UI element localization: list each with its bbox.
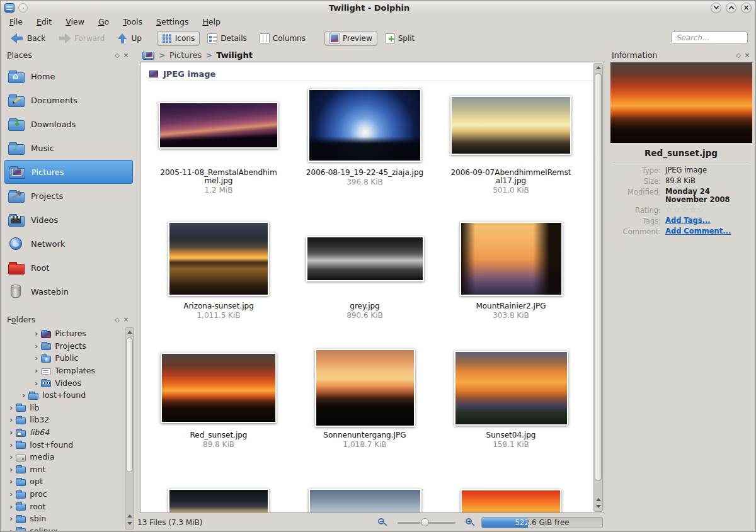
sidebar-item-pictures[interactable]: Pictures — [4, 160, 133, 184]
breadcrumb-item-pictures[interactable]: Pictures — [169, 50, 202, 60]
expander-icon[interactable]: › — [9, 502, 13, 511]
forward-button[interactable]: Forward — [53, 31, 110, 46]
expander-icon[interactable]: › — [9, 428, 13, 436]
expander-icon[interactable]: › — [9, 404, 13, 412]
sidebar-item-home[interactable]: ⌂Home — [4, 64, 133, 88]
tree-item-lost-found[interactable]: ›lost+found — [2, 438, 124, 451]
view-scroll-up2-icon[interactable] — [596, 498, 601, 501]
tree-item-lib32[interactable]: ›lib32 — [2, 414, 124, 426]
file-thumbnail[interactable] — [309, 489, 421, 514]
zoom-in-icon[interactable]: + — [466, 518, 475, 528]
icons-view-button[interactable]: Icons — [157, 31, 200, 46]
menu-edit[interactable]: Edit — [37, 17, 52, 26]
file-item[interactable]: 2006-08-19_19-22-45_ziaja.jpg396.8 KiB — [292, 85, 438, 195]
expander-icon[interactable]: › — [35, 379, 38, 387]
file-item[interactable]: grey.jpg890.6 KiB — [292, 218, 438, 320]
tree-item-opt[interactable]: ›opt — [2, 475, 124, 488]
expander-icon[interactable]: › — [22, 391, 25, 399]
tree-item-selinux[interactable]: ›selinux — [2, 525, 124, 531]
tree-item-pictures[interactable]: ›Pictures — [2, 327, 124, 340]
tree-item-mnt[interactable]: ›mnt — [2, 463, 124, 476]
expander-icon[interactable]: › — [35, 342, 38, 350]
file-item[interactable] — [146, 472, 292, 513]
expander-icon[interactable]: › — [35, 366, 38, 375]
close-button[interactable]: × — [741, 3, 752, 13]
sidebar-item-projects[interactable]: Projects — [4, 184, 133, 208]
sidebar-item-network[interactable]: Network — [4, 232, 133, 256]
folders-scrollbar-thumb[interactable] — [126, 337, 133, 472]
file-thumbnail[interactable] — [454, 351, 568, 426]
add-comment-link[interactable]: Add Comment... — [665, 227, 731, 235]
file-thumbnail[interactable] — [168, 489, 269, 514]
folders-scroll-up-icon[interactable] — [127, 331, 132, 334]
file-thumbnail[interactable] — [315, 349, 415, 427]
file-item[interactable]: 2006-09-07AbendhimmelRemstal17.jpg501.0 … — [438, 85, 584, 195]
file-item[interactable]: 2005-11-08_RemstalAbendhimmel.jpg1.2 MiB — [146, 85, 292, 195]
sidebar-item-videos[interactable]: Videos — [4, 208, 133, 232]
zoom-slider[interactable] — [398, 522, 455, 524]
file-thumbnail[interactable] — [460, 222, 563, 296]
expander-icon[interactable]: › — [35, 329, 38, 337]
expander-icon[interactable]: › — [9, 465, 13, 473]
file-thumbnail[interactable] — [450, 96, 571, 155]
maximize-button[interactable] — [726, 3, 736, 13]
expander-icon[interactable]: › — [9, 514, 13, 523]
folders-close-button[interactable]: × — [122, 315, 130, 324]
information-close-button[interactable]: × — [743, 50, 752, 59]
tree-item-lib[interactable]: ›lib — [2, 402, 124, 414]
expander-icon[interactable]: › — [9, 416, 13, 424]
rating-stars[interactable]: ☆☆☆☆☆ — [665, 206, 750, 215]
file-item[interactable]: MountRainier2.JPG303.8 KiB — [438, 218, 584, 320]
back-button[interactable]: Back — [6, 31, 50, 46]
tree-item-public[interactable]: ›Public — [2, 352, 124, 365]
tree-item-media[interactable]: ›media — [2, 451, 124, 463]
places-close-button[interactable]: × — [122, 50, 130, 59]
preview-button[interactable]: Preview — [324, 31, 377, 46]
file-thumbnail[interactable] — [161, 353, 277, 423]
tree-item-projects[interactable]: ›Projects — [2, 340, 124, 353]
up-button[interactable]: Up — [112, 31, 146, 46]
folders-scroll-up2-icon[interactable] — [127, 514, 132, 518]
file-thumbnail[interactable] — [306, 236, 424, 281]
folders-scrollbar[interactable] — [125, 327, 134, 529]
file-thumbnail[interactable] — [308, 89, 421, 162]
expander-icon[interactable]: › — [9, 441, 13, 449]
add-tags-link[interactable]: Add Tags... — [665, 216, 711, 225]
menu-view[interactable]: View — [66, 17, 84, 26]
details-view-button[interactable]: Details — [202, 31, 252, 46]
file-item[interactable] — [438, 472, 584, 513]
tree-item-videos[interactable]: ›Videos — [2, 376, 124, 389]
file-thumbnail[interactable] — [168, 222, 269, 296]
search-input[interactable] — [671, 31, 748, 44]
view-scroll-down-icon[interactable] — [596, 505, 601, 508]
file-thumbnail[interactable] — [461, 489, 561, 514]
expander-icon[interactable]: › — [35, 354, 38, 362]
file-item[interactable]: Arizona-sunset.jpg1,011.5 KiB — [146, 218, 292, 320]
breadcrumb-item-twilight[interactable]: Twilight — [216, 50, 253, 60]
sidebar-item-downloads[interactable]: ↓Downloads — [4, 112, 133, 136]
expander-icon[interactable]: › — [9, 453, 13, 461]
file-item[interactable]: Red_sunset.jpg89.8 KiB — [146, 348, 292, 449]
sidebar-item-documents[interactable]: Documents — [4, 88, 133, 112]
breadcrumb-root-folder-icon[interactable] — [142, 50, 155, 60]
expander-icon[interactable]: › — [9, 477, 13, 485]
folders-float-button[interactable]: ◇ — [113, 315, 122, 324]
folders-scroll-down-icon[interactable] — [127, 522, 132, 525]
file-thumbnail[interactable] — [159, 102, 278, 149]
zoom-out-icon[interactable]: − — [378, 518, 387, 528]
tree-item-templates[interactable]: ›Templates — [2, 365, 124, 377]
expander-icon[interactable]: › — [9, 527, 13, 531]
tree-item-root[interactable]: ›root — [2, 500, 124, 512]
split-button[interactable]: Split — [380, 31, 420, 46]
columns-view-button[interactable]: Columns — [255, 31, 311, 46]
window-menu-button[interactable] — [18, 3, 28, 13]
file-item[interactable]: Sunset04.jpg158.1 KiB — [438, 348, 584, 449]
menu-go[interactable]: Go — [98, 17, 109, 26]
tree-item-lib64[interactable]: ›lib64 — [2, 426, 124, 439]
sidebar-item-root[interactable]: Root — [4, 256, 133, 280]
places-float-button[interactable]: ◇ — [113, 50, 122, 59]
sidebar-item-wastebin[interactable]: Wastebin — [4, 280, 133, 303]
menu-file[interactable]: File — [9, 17, 23, 26]
zoom-slider-handle[interactable] — [421, 518, 429, 526]
tree-item-lost-found[interactable]: ›lost+found — [2, 389, 124, 402]
